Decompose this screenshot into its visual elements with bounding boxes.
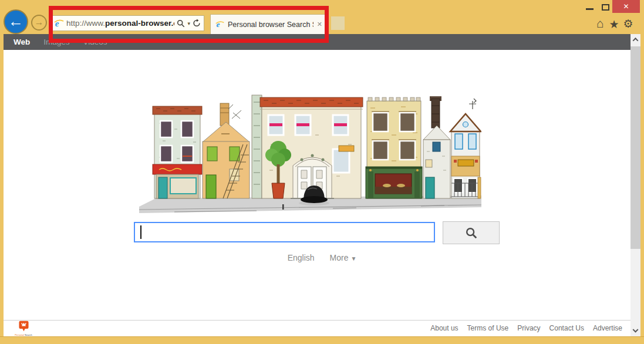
footer-link-about[interactable]: About us <box>430 324 458 332</box>
language-row: EnglishMore▼ <box>0 253 644 262</box>
fox-pin-icon <box>18 321 29 332</box>
magnifier-icon <box>465 227 478 240</box>
search-input[interactable] <box>134 222 435 242</box>
building-2 <box>203 103 249 198</box>
tab-title: Personal browser Search Se... <box>228 21 313 29</box>
home-icon[interactable]: ⌂ <box>594 16 606 31</box>
scroll-up-button[interactable] <box>630 34 640 45</box>
browser-chrome: ← → e http://www.personal-browser.com/ ▾… <box>0 0 644 34</box>
close-window-button[interactable]: ✕ <box>612 0 640 13</box>
vertical-scrollbar[interactable] <box>630 34 640 336</box>
text-cursor <box>140 225 141 239</box>
building-4 <box>366 97 422 198</box>
svg-text:e: e <box>55 18 59 28</box>
ie-icon: e <box>215 20 224 29</box>
refresh-icon[interactable] <box>193 19 201 28</box>
building-6 <box>450 99 481 198</box>
personal-search-logo[interactable]: Personal Search <box>15 321 32 336</box>
nav-tab-images[interactable]: Images <box>43 38 69 46</box>
window-border-left <box>0 34 4 344</box>
settings-gear-icon[interactable]: ⚙ <box>622 17 635 31</box>
maximize-button[interactable] <box>602 4 609 11</box>
back-button[interactable]: ← <box>4 9 28 34</box>
search-button[interactable] <box>443 221 500 244</box>
footer-links: About us Terms of Use Privacy Contact Us… <box>430 324 622 332</box>
back-arrow-icon: ← <box>8 14 23 29</box>
chevron-down-icon: ▼ <box>350 255 356 262</box>
footer-link-contact[interactable]: Contact Us <box>549 324 584 332</box>
footer-link-advertise[interactable]: Advertise <box>593 324 622 332</box>
tab-close-icon[interactable]: ✕ <box>317 21 322 28</box>
new-tab-button[interactable] <box>331 16 345 30</box>
address-bar[interactable]: e http://www.personal-browser.com/ ▾ <box>50 15 204 31</box>
url-text[interactable]: http://www.personal-browser.com/ <box>66 19 174 28</box>
nav-tab-videos[interactable]: Videos <box>83 38 107 46</box>
window-border-right <box>640 34 644 344</box>
ie-icon: e <box>54 18 64 28</box>
search-icon[interactable] <box>177 19 185 28</box>
site-navbar: Web Images Videos <box>4 34 630 50</box>
chevron-down-icon[interactable]: ▾ <box>187 21 190 26</box>
footer-divider <box>4 320 630 321</box>
svg-text:e: e <box>217 20 220 29</box>
footer-link-terms[interactable]: Terms of Use <box>467 324 509 332</box>
minimize-button[interactable] <box>586 8 594 10</box>
building-5 <box>423 96 450 198</box>
window-border-bottom <box>0 336 644 344</box>
scrollbar-thumb[interactable] <box>630 46 640 249</box>
street-buildings-illustration <box>139 88 481 214</box>
forward-button[interactable]: → <box>31 15 47 31</box>
building-1 <box>153 106 202 198</box>
browser-tab[interactable]: e Personal browser Search Se... ✕ <box>210 14 328 34</box>
building-3 <box>252 95 363 198</box>
more-dropdown[interactable]: More▼ <box>330 253 357 262</box>
language-link[interactable]: English <box>288 253 315 262</box>
nav-tab-web[interactable]: Web <box>14 38 30 46</box>
chevron-down-icon <box>633 326 639 332</box>
scroll-down-button[interactable] <box>630 326 640 336</box>
footer-link-privacy[interactable]: Privacy <box>517 324 540 332</box>
chevron-up-icon <box>633 37 639 43</box>
favorites-star-icon[interactable]: ★ <box>608 18 621 31</box>
forward-arrow-icon: → <box>35 18 44 27</box>
